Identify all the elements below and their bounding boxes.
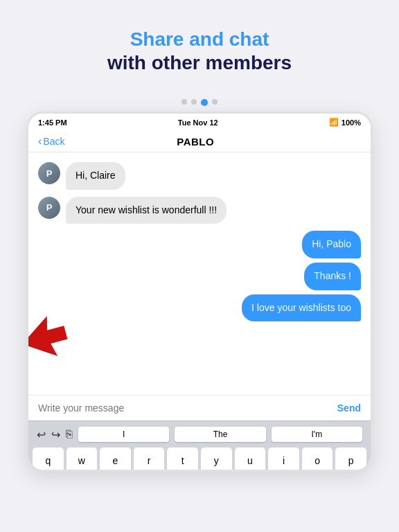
svg-marker-0 — [26, 314, 70, 363]
message-input-area[interactable]: Send — [28, 395, 371, 420]
status-date: Tue Nov 12 — [178, 118, 218, 127]
red-arrow-icon — [26, 314, 70, 363]
message-row-sent-3: I love your wishlists too — [242, 294, 361, 322]
message-row-sent-1: Hi, Pablo — [302, 231, 361, 258]
back-button[interactable]: ‹ Back — [38, 135, 64, 148]
avatar-image: P — [38, 162, 60, 184]
back-label: Back — [43, 136, 64, 147]
key-o[interactable]: o — [302, 447, 333, 472]
key-p[interactable]: p — [335, 447, 366, 472]
nav-bar: ‹ Back PABLO — [28, 131, 371, 152]
undo-button[interactable]: ↩ — [37, 428, 46, 441]
dot-1[interactable] — [181, 99, 187, 105]
message-row-received-1: P Hi, Claire — [38, 162, 361, 190]
keyboard-toolbar: ↩ ↪ ⎘ I The I'm — [31, 427, 368, 447]
status-bar: 1:45 PM Tue Nov 12 📶 100% — [28, 114, 371, 131]
headline-line2: with other members — [28, 51, 371, 75]
message-bubble-received-2: Your new wishlist is wonderfull !!! — [66, 197, 227, 224]
avatar-image-2: P — [38, 197, 60, 219]
autocomplete-word-1[interactable]: I — [78, 427, 169, 442]
message-row-received-2: P Your new wishlist is wonderfull !!! — [38, 197, 361, 224]
key-i[interactable]: i — [268, 447, 299, 472]
wifi-icon: 📶 — [329, 118, 339, 127]
key-w[interactable]: w — [66, 447, 98, 472]
sent-messages-group: Hi, Pablo Thanks ! I love your wishlists… — [38, 231, 361, 321]
key-q[interactable]: q — [33, 447, 64, 472]
autocomplete-word-3[interactable]: I'm — [272, 427, 362, 442]
headline-line1: Share and chat — [28, 28, 371, 51]
message-row-sent-2: Thanks ! — [304, 263, 361, 290]
avatar-pablo-1: P — [38, 162, 60, 184]
dot-3[interactable] — [201, 99, 208, 106]
chat-area[interactable]: P Hi, Claire P Your new wishlist is wond… — [28, 152, 371, 395]
message-input[interactable] — [38, 402, 330, 414]
avatar-pablo-2: P — [38, 197, 60, 219]
dot-4[interactable] — [212, 99, 218, 105]
nav-title: PABLO — [64, 136, 326, 148]
key-y[interactable]: y — [201, 447, 232, 472]
device-frame: 1:45 PM Tue Nov 12 📶 100% ‹ Back PABLO P… — [26, 112, 373, 472]
battery-label: 100% — [342, 118, 361, 127]
page-dots — [181, 99, 218, 106]
send-button[interactable]: Send — [337, 402, 361, 414]
key-u[interactable]: u — [235, 447, 266, 472]
key-r[interactable]: r — [134, 447, 165, 472]
status-icons: 📶 100% — [329, 118, 361, 127]
back-chevron-icon: ‹ — [38, 135, 42, 148]
keyboard-row-1: q w e r t y u i o p — [33, 447, 366, 472]
message-bubble-received-1: Hi, Claire — [66, 162, 125, 190]
dot-2[interactable] — [191, 99, 197, 105]
header-section: Share and chat with other members — [0, 0, 399, 88]
keyboard-area: ↩ ↪ ⎘ I The I'm q w e r t y u i o p a s — [28, 420, 371, 472]
message-bubble-sent-1: Hi, Pablo — [302, 231, 361, 258]
keyboard-rows: q w e r t y u i o p a s d f g h j k l — [31, 447, 368, 472]
arrow-indicator — [26, 314, 70, 366]
message-bubble-sent-2: Thanks ! — [304, 263, 361, 290]
clipboard-button[interactable]: ⎘ — [66, 428, 73, 441]
message-bubble-sent-3: I love your wishlists too — [242, 294, 361, 322]
status-time: 1:45 PM — [38, 118, 67, 127]
redo-button[interactable]: ↪ — [51, 428, 60, 441]
autocomplete-word-2[interactable]: The — [175, 427, 265, 442]
key-e[interactable]: e — [100, 447, 131, 472]
key-t[interactable]: t — [167, 447, 198, 472]
